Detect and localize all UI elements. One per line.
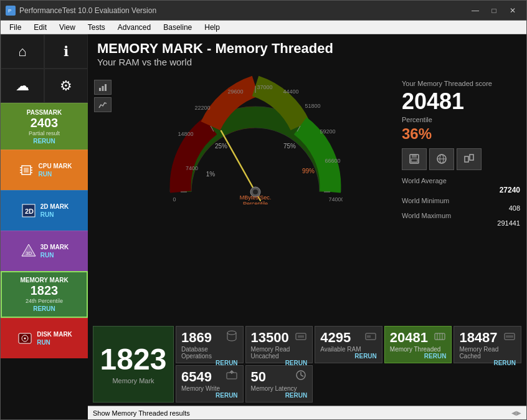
- sidebar-cloud-button[interactable]: ☁: [1, 69, 44, 103]
- memorymark-action[interactable]: RERUN: [33, 305, 55, 312]
- svg-text:3D: 3D: [26, 251, 32, 256]
- app-window: P PerformanceTest 10.0 Evaluation Versio…: [0, 0, 527, 420]
- world-max-value: 291441: [402, 219, 520, 227]
- memory-latency-label: Memory Latency: [251, 385, 308, 392]
- database-ops-number: 1869: [181, 330, 212, 346]
- svg-text:51800: 51800: [305, 103, 320, 109]
- menu-file[interactable]: File: [3, 22, 27, 33]
- memory-read-uncached-number: 13500: [251, 330, 289, 346]
- window-title: PerformanceTest 10.0 Evaluation Version: [19, 6, 156, 15]
- menu-view[interactable]: View: [53, 22, 82, 33]
- world-max-label: World Maximum: [402, 212, 520, 219]
- svg-rect-52: [465, 156, 468, 162]
- metric-memory-read-uncached[interactable]: 13500 Memory Read Uncached RERUN: [245, 326, 313, 363]
- memory-threaded-number: 20481: [390, 330, 428, 346]
- metric-icon2: [295, 330, 307, 342]
- menu-edit[interactable]: Edit: [27, 22, 53, 33]
- svg-text:P: P: [8, 8, 11, 14]
- metric-available-ram[interactable]: 4295 Available RAM RERUN: [315, 326, 382, 363]
- metric-icon3: [364, 330, 377, 342]
- memorymark-label: MEMORY MARK: [20, 277, 68, 284]
- page-title: MEMORY MARK - Memory Threaded: [97, 41, 517, 57]
- sidebar-item-diskmark[interactable]: DISK MARK RUN: [1, 318, 88, 358]
- main-area: ⌂ ℹ ☁ ⚙ PASSMARK 2403 Partial result RER…: [1, 34, 526, 419]
- metric-database-ops[interactable]: 1869 Database Operations RERUN: [176, 326, 244, 363]
- sidebar-item-passmark[interactable]: PASSMARK 2403 Partial result RERUN: [1, 103, 88, 150]
- svg-rect-47: [412, 155, 417, 158]
- stats-icon-compare[interactable]: [457, 148, 482, 170]
- svg-point-54: [227, 331, 236, 335]
- metric-memory-threaded[interactable]: 20481 Memory Threaded RERUN: [384, 326, 452, 363]
- world-stats: World Average 27240 World Minimum 408 Wo…: [402, 177, 520, 227]
- gauge-display: 1% 25% 75% 99% 0 7400 14800 22200 29600 …: [115, 74, 396, 204]
- menu-bar: File Edit View Tests Advanced Baseline H…: [1, 21, 526, 34]
- content-area: MEMORY MARK - Memory Threaded Your RAM v…: [88, 34, 526, 419]
- content-header: MEMORY MARK - Memory Threaded Your RAM v…: [88, 34, 526, 70]
- sidebar-item-2dmark[interactable]: 2D 2D MARK RUN: [1, 190, 88, 231]
- metric-memory-read-cached[interactable]: 18487 Memory Read Cached RERUN: [453, 326, 521, 363]
- world-min-value: 408: [402, 204, 520, 212]
- svg-text:14800: 14800: [178, 131, 193, 137]
- scroll-indicator: ◀▶: [511, 409, 521, 416]
- close-button[interactable]: ✕: [504, 4, 521, 17]
- svg-rect-17: [99, 88, 101, 91]
- svg-text:2D: 2D: [25, 208, 34, 215]
- available-ram-rerun[interactable]: RERUN: [320, 353, 377, 360]
- menu-help[interactable]: Help: [198, 22, 226, 33]
- passmark-label: PASSMARK: [27, 109, 62, 116]
- memory-read-uncached-label: Memory Read Uncached: [251, 346, 308, 360]
- sidebar-info-button[interactable]: ℹ: [44, 34, 88, 69]
- metric-icon: [226, 330, 238, 342]
- stats-icon-save[interactable]: [402, 148, 427, 170]
- available-ram-number: 4295: [320, 330, 351, 346]
- svg-text:25%: 25%: [214, 143, 227, 150]
- svg-point-43: [253, 189, 258, 194]
- 2dmark-action[interactable]: RUN: [40, 211, 69, 218]
- memory-mark-label: Memory Mark: [112, 377, 154, 384]
- menu-advanced[interactable]: Advanced: [112, 22, 157, 33]
- menu-tests[interactable]: Tests: [82, 22, 112, 33]
- menu-baseline[interactable]: Baseline: [157, 22, 198, 33]
- sidebar-home-button[interactable]: ⌂: [1, 34, 44, 69]
- gauge-icon-line[interactable]: [94, 97, 112, 112]
- sidebar-item-cpumark[interactable]: CPU MARK RUN: [1, 150, 88, 190]
- passmark-action[interactable]: RERUN: [33, 138, 55, 145]
- world-min-label: World Minimum: [402, 197, 520, 204]
- diskmark-action[interactable]: RUN: [37, 339, 72, 346]
- world-avg-label: World Average: [402, 177, 447, 184]
- cpumark-label: CPU MARK: [39, 163, 72, 169]
- sidebar-item-3dmark[interactable]: 3D 3D MARK RUN: [1, 231, 88, 271]
- metric-memory-mark-large[interactable]: 1823 Memory Mark: [93, 326, 174, 403]
- svg-text:75%: 75%: [283, 143, 295, 150]
- gauge-section: 1% 25% 75% 99% 0 7400 14800 22200 29600 …: [88, 70, 526, 324]
- svg-point-16: [24, 338, 26, 340]
- percentile-value: 36%: [402, 125, 520, 143]
- svg-line-69: [301, 375, 303, 376]
- svg-text:66600: 66600: [325, 158, 340, 164]
- svg-line-40: [221, 131, 255, 192]
- metric-memory-latency[interactable]: 50 Memory Latency RERUN: [245, 365, 313, 403]
- 3dmark-action[interactable]: RUN: [40, 252, 69, 259]
- svg-text:7400: 7400: [185, 165, 197, 171]
- gauge-icon-chart[interactable]: [94, 80, 112, 95]
- memory-read-cached-rerun[interactable]: RERUN: [459, 360, 516, 366]
- memory-latency-rerun[interactable]: RERUN: [251, 392, 308, 399]
- memory-write-rerun[interactable]: RERUN: [181, 392, 238, 399]
- metric-icon7: [295, 369, 307, 381]
- sidebar-item-memorymark[interactable]: MEMORY MARK 1823 24th Percentile RERUN: [1, 271, 88, 318]
- metric-memory-write[interactable]: 6549 Memory Write RERUN: [176, 365, 244, 403]
- metric-empty: [315, 365, 382, 403]
- minimize-button[interactable]: —: [467, 4, 484, 17]
- stats-icon-world[interactable]: [429, 148, 454, 170]
- memory-read-cached-label: Memory Read Cached: [459, 346, 516, 360]
- svg-text:59200: 59200: [320, 128, 335, 135]
- memorymark-sub: 24th Percentile: [26, 298, 63, 304]
- app-icon: P: [6, 6, 16, 16]
- memory-write-number: 6549: [181, 369, 212, 385]
- memory-threaded-rerun[interactable]: RERUN: [390, 353, 447, 360]
- sidebar: ⌂ ℹ ☁ ⚙ PASSMARK 2403 Partial result RER…: [1, 34, 88, 419]
- maximize-button[interactable]: □: [485, 4, 503, 17]
- cpumark-action[interactable]: RUN: [39, 171, 72, 178]
- metrics-grid: 1823 Memory Mark 1869 Database Operation…: [88, 324, 526, 406]
- sidebar-settings-button[interactable]: ⚙: [44, 69, 88, 103]
